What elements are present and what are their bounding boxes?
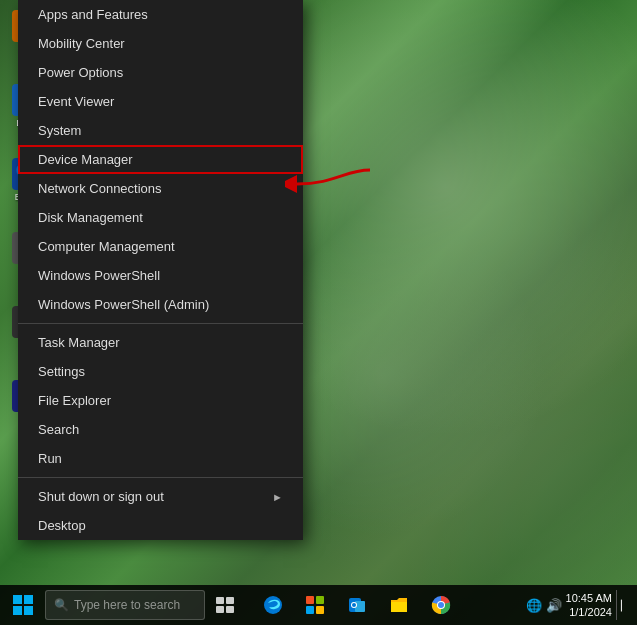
menu-item-task-manager[interactable]: Task Manager [18, 328, 303, 357]
menu-item-device-manager[interactable]: Device Manager [18, 145, 303, 174]
windows-logo-icon [13, 595, 33, 615]
tray-clock[interactable]: 10:45 AM 1/1/2024 [566, 591, 612, 620]
svg-rect-12 [306, 606, 314, 614]
context-menu: Apps and Features Mobility Center Power … [18, 0, 303, 540]
menu-item-mobility-center[interactable]: Mobility Center [18, 29, 303, 58]
taskview-button[interactable] [205, 585, 245, 625]
svg-rect-5 [216, 597, 224, 604]
taskbar: 🔍 Type here to search [0, 585, 637, 625]
svg-rect-1 [13, 595, 22, 604]
menu-item-file-explorer[interactable]: File Explorer [18, 386, 303, 415]
menu-item-run[interactable]: Run [18, 444, 303, 473]
menu-divider-2 [18, 477, 303, 478]
svg-rect-4 [24, 606, 33, 615]
menu-item-apps-features[interactable]: Apps and Features [18, 0, 303, 29]
svg-rect-2 [24, 595, 33, 604]
menu-item-power-options[interactable]: Power Options [18, 58, 303, 87]
taskbar-edge-icon[interactable] [253, 585, 293, 625]
tray-volume-icon[interactable]: 🔊 [546, 598, 562, 613]
menu-item-computer-management[interactable]: Computer Management [18, 232, 303, 261]
svg-rect-11 [316, 596, 324, 604]
svg-rect-6 [226, 597, 234, 604]
search-icon: 🔍 [54, 598, 69, 612]
red-arrow-svg [285, 162, 375, 206]
taskbar-search-box[interactable]: 🔍 Type here to search [45, 590, 205, 620]
svg-point-21 [438, 602, 444, 608]
show-desktop-button[interactable]: ▏ [616, 590, 629, 620]
taskbar-store-icon[interactable] [295, 585, 335, 625]
search-placeholder: Type here to search [74, 598, 180, 612]
chrome-icon [431, 595, 451, 615]
edge-icon [263, 595, 283, 615]
menu-item-search[interactable]: Search [18, 415, 303, 444]
taskview-icon [216, 597, 234, 613]
svg-point-17 [352, 603, 356, 607]
menu-item-shutdown[interactable]: Shut down or sign out ► [18, 482, 303, 511]
menu-item-network-connections[interactable]: Network Connections [18, 174, 303, 203]
red-arrow-indicator [285, 162, 375, 206]
svg-rect-13 [316, 606, 324, 614]
menu-item-disk-management[interactable]: Disk Management [18, 203, 303, 232]
menu-item-desktop[interactable]: Desktop [18, 511, 303, 540]
menu-item-event-viewer[interactable]: Event Viewer [18, 87, 303, 116]
explorer-icon [389, 595, 409, 615]
taskbar-explorer-icon[interactable] [379, 585, 419, 625]
tray-network-icon[interactable]: 🌐 [526, 598, 542, 613]
taskbar-app-icons [253, 585, 461, 625]
svg-rect-8 [226, 606, 234, 613]
svg-rect-3 [13, 606, 22, 615]
svg-rect-7 [216, 606, 224, 613]
svg-rect-10 [306, 596, 314, 604]
menu-item-settings[interactable]: Settings [18, 357, 303, 386]
submenu-arrow-icon: ► [272, 491, 283, 503]
taskbar-tray: 🌐 🔊 10:45 AM 1/1/2024 ▏ [526, 590, 637, 620]
start-button[interactable] [0, 585, 45, 625]
store-icon [305, 595, 325, 615]
menu-item-system[interactable]: System [18, 116, 303, 145]
menu-item-powershell[interactable]: Windows PowerShell [18, 261, 303, 290]
taskbar-chrome-icon[interactable] [421, 585, 461, 625]
menu-item-powershell-admin[interactable]: Windows PowerShell (Admin) [18, 290, 303, 319]
taskbar-outlook-icon[interactable] [337, 585, 377, 625]
menu-divider-1 [18, 323, 303, 324]
outlook-icon [347, 595, 367, 615]
